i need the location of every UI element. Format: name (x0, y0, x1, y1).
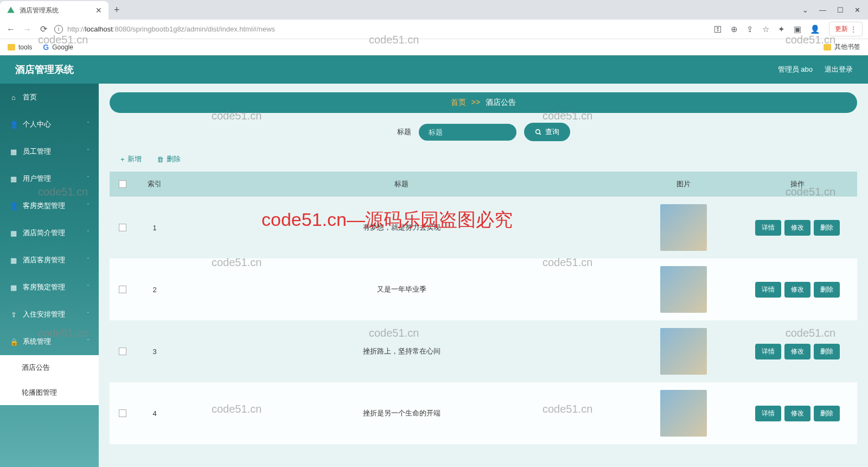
zoom-icon[interactable]: ⊕ (731, 24, 738, 34)
bookmark-bar: tools GGoogle 其他书签 (0, 39, 868, 55)
close-icon[interactable]: ✕ (95, 6, 102, 15)
close-window-icon[interactable]: ✕ (854, 6, 860, 14)
chevron-down-icon[interactable]: ⌄ (802, 6, 808, 14)
maximize-icon[interactable]: ☐ (837, 6, 844, 14)
address-bar: ← → ⟳ i http://localhost:8080/springboot… (0, 20, 868, 39)
profile-icon[interactable]: 👤 (810, 24, 820, 34)
bookmark-other[interactable]: 其他书签 (824, 42, 860, 52)
share-icon[interactable]: ⇪ (746, 24, 754, 34)
tab-bar: 酒店管理系统 ✕ + ⌄ — ☐ ✕ (0, 0, 868, 20)
google-icon: G (43, 43, 49, 52)
new-tab-button[interactable]: + (114, 4, 120, 16)
folder-icon (8, 44, 15, 51)
browser-chrome: 酒店管理系统 ✕ + ⌄ — ☐ ✕ ← → ⟳ i http://localh… (0, 0, 868, 55)
url-text: http://localhost:8080/springbootb1g8z/ad… (67, 25, 275, 33)
star-icon[interactable]: ☆ (762, 24, 769, 34)
sidepanel-icon[interactable]: ▣ (794, 24, 801, 34)
browser-tab[interactable]: 酒店管理系统 ✕ (0, 1, 108, 20)
forward-icon[interactable]: → (22, 24, 33, 34)
folder-icon (824, 44, 831, 51)
update-button[interactable]: 更新 ⋮ (829, 22, 863, 36)
url-field[interactable]: i http://localhost:8080/springbootb1g8z/… (54, 25, 709, 34)
favicon-icon (7, 6, 15, 15)
minimize-icon[interactable]: — (819, 6, 826, 14)
key-icon[interactable]: ⚿ (714, 24, 722, 34)
window-controls: ⌄ — ☐ ✕ (802, 6, 868, 14)
tab-title: 酒店管理系统 (20, 6, 91, 15)
back-icon[interactable]: ← (5, 24, 16, 34)
bookmark-tools[interactable]: tools (8, 43, 32, 51)
extensions-icon[interactable]: ✦ (778, 24, 785, 34)
site-info-icon[interactable]: i (54, 25, 63, 34)
bookmark-google[interactable]: GGoogle (43, 43, 73, 52)
reload-icon[interactable]: ⟳ (38, 24, 49, 34)
